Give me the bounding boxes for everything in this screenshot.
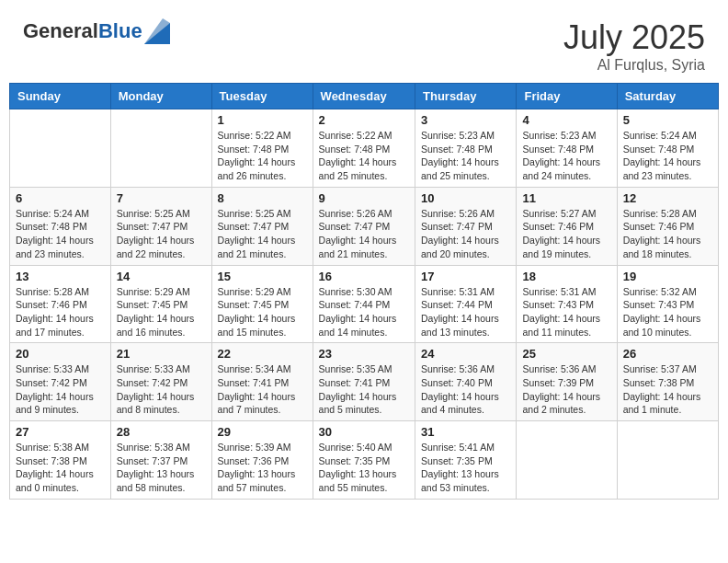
calendar-cell [617, 421, 718, 500]
calendar-cell: 27Sunrise: 5:38 AM Sunset: 7:38 PM Dayli… [10, 421, 111, 500]
day-number: 10 [421, 191, 510, 205]
logo-general: General [23, 19, 98, 42]
svg-marker-1 [144, 18, 170, 44]
calendar-cell: 25Sunrise: 5:36 AM Sunset: 7:39 PM Dayli… [517, 343, 617, 421]
day-number: 12 [623, 191, 712, 205]
calendar-cell: 13Sunrise: 5:28 AM Sunset: 7:46 PM Dayli… [10, 265, 111, 343]
day-detail: Sunrise: 5:31 AM Sunset: 7:44 PM Dayligh… [421, 285, 510, 339]
day-number: 24 [421, 347, 510, 361]
calendar-week-row: 27Sunrise: 5:38 AM Sunset: 7:38 PM Dayli… [10, 421, 719, 500]
calendar-week-row: 13Sunrise: 5:28 AM Sunset: 7:46 PM Dayli… [10, 265, 719, 343]
calendar-cell: 5Sunrise: 5:24 AM Sunset: 7:48 PM Daylig… [617, 109, 718, 188]
day-number: 16 [319, 270, 409, 283]
day-number: 1 [218, 113, 307, 127]
day-of-week-header: Friday [517, 84, 617, 109]
location-subtitle: Al Furqlus, Syria [563, 57, 705, 74]
day-number: 17 [421, 270, 510, 283]
day-detail: Sunrise: 5:31 AM Sunset: 7:43 PM Dayligh… [522, 285, 610, 339]
logo: GeneralBlue [23, 18, 170, 44]
calendar-cell: 2Sunrise: 5:22 AM Sunset: 7:48 PM Daylig… [313, 109, 415, 188]
calendar-cell: 6Sunrise: 5:24 AM Sunset: 7:48 PM Daylig… [10, 187, 111, 265]
day-number: 8 [218, 191, 307, 205]
calendar-header-row: SundayMondayTuesdayWednesdayThursdayFrid… [10, 84, 719, 109]
calendar-cell: 23Sunrise: 5:35 AM Sunset: 7:41 PM Dayli… [313, 343, 415, 421]
day-detail: Sunrise: 5:32 AM Sunset: 7:43 PM Dayligh… [623, 285, 712, 339]
day-detail: Sunrise: 5:22 AM Sunset: 7:48 PM Dayligh… [319, 129, 409, 183]
day-detail: Sunrise: 5:25 AM Sunset: 7:47 PM Dayligh… [117, 207, 206, 261]
day-detail: Sunrise: 5:35 AM Sunset: 7:41 PM Dayligh… [319, 362, 409, 417]
day-number: 22 [218, 347, 307, 361]
day-detail: Sunrise: 5:37 AM Sunset: 7:38 PM Dayligh… [623, 362, 712, 417]
day-number: 18 [522, 270, 610, 283]
day-number: 9 [319, 191, 409, 205]
calendar-cell [110, 109, 211, 188]
calendar-cell: 29Sunrise: 5:39 AM Sunset: 7:36 PM Dayli… [211, 421, 313, 500]
calendar-cell: 24Sunrise: 5:36 AM Sunset: 7:40 PM Dayli… [415, 343, 517, 421]
calendar-cell: 31Sunrise: 5:41 AM Sunset: 7:35 PM Dayli… [415, 421, 517, 500]
day-number: 31 [421, 425, 510, 439]
day-detail: Sunrise: 5:26 AM Sunset: 7:47 PM Dayligh… [319, 207, 409, 261]
day-detail: Sunrise: 5:24 AM Sunset: 7:48 PM Dayligh… [623, 129, 712, 183]
day-detail: Sunrise: 5:33 AM Sunset: 7:42 PM Dayligh… [117, 362, 206, 417]
day-of-week-header: Wednesday [313, 84, 415, 109]
day-number: 3 [421, 113, 510, 127]
title-area: July 2025 Al Furqlus, Syria [563, 18, 705, 74]
page-header: GeneralBlue July 2025 Al Furqlus, Syria [9, 9, 719, 78]
day-number: 20 [16, 347, 105, 361]
calendar-cell: 14Sunrise: 5:29 AM Sunset: 7:45 PM Dayli… [110, 265, 211, 343]
day-of-week-header: Sunday [10, 84, 111, 109]
day-number: 21 [117, 347, 206, 361]
logo-blue: Blue [98, 19, 142, 42]
calendar-table: SundayMondayTuesdayWednesdayThursdayFrid… [9, 83, 719, 500]
calendar-cell: 4Sunrise: 5:23 AM Sunset: 7:48 PM Daylig… [517, 109, 617, 188]
calendar-cell: 22Sunrise: 5:34 AM Sunset: 7:41 PM Dayli… [211, 343, 313, 421]
day-detail: Sunrise: 5:38 AM Sunset: 7:37 PM Dayligh… [117, 441, 206, 495]
day-detail: Sunrise: 5:27 AM Sunset: 7:46 PM Dayligh… [522, 207, 610, 261]
day-detail: Sunrise: 5:28 AM Sunset: 7:46 PM Dayligh… [16, 285, 105, 339]
day-number: 13 [16, 270, 105, 283]
month-year-title: July 2025 [563, 18, 705, 57]
day-number: 27 [16, 425, 105, 439]
day-detail: Sunrise: 5:29 AM Sunset: 7:45 PM Dayligh… [117, 285, 206, 339]
day-detail: Sunrise: 5:26 AM Sunset: 7:47 PM Dayligh… [421, 207, 510, 261]
day-number: 6 [16, 191, 105, 205]
day-number: 25 [522, 347, 610, 361]
day-of-week-header: Tuesday [211, 84, 313, 109]
calendar-cell: 10Sunrise: 5:26 AM Sunset: 7:47 PM Dayli… [415, 187, 517, 265]
day-number: 14 [117, 270, 206, 283]
calendar-cell: 28Sunrise: 5:38 AM Sunset: 7:37 PM Dayli… [110, 421, 211, 500]
day-detail: Sunrise: 5:38 AM Sunset: 7:38 PM Dayligh… [16, 441, 105, 495]
day-number: 23 [319, 347, 409, 361]
calendar-cell [10, 109, 111, 188]
day-detail: Sunrise: 5:25 AM Sunset: 7:47 PM Dayligh… [218, 207, 307, 261]
day-detail: Sunrise: 5:39 AM Sunset: 7:36 PM Dayligh… [218, 441, 307, 495]
day-of-week-header: Saturday [617, 84, 718, 109]
day-detail: Sunrise: 5:24 AM Sunset: 7:48 PM Dayligh… [16, 207, 105, 261]
day-of-week-header: Thursday [415, 84, 517, 109]
day-number: 30 [319, 425, 409, 439]
day-detail: Sunrise: 5:36 AM Sunset: 7:39 PM Dayligh… [522, 362, 610, 417]
day-detail: Sunrise: 5:23 AM Sunset: 7:48 PM Dayligh… [421, 129, 510, 183]
day-detail: Sunrise: 5:22 AM Sunset: 7:48 PM Dayligh… [218, 129, 307, 183]
calendar-cell: 3Sunrise: 5:23 AM Sunset: 7:48 PM Daylig… [415, 109, 517, 188]
day-detail: Sunrise: 5:29 AM Sunset: 7:45 PM Dayligh… [218, 285, 307, 339]
day-number: 19 [623, 270, 712, 283]
day-number: 29 [218, 425, 307, 439]
calendar-week-row: 1Sunrise: 5:22 AM Sunset: 7:48 PM Daylig… [10, 109, 719, 188]
calendar-cell: 7Sunrise: 5:25 AM Sunset: 7:47 PM Daylig… [110, 187, 211, 265]
calendar-cell: 17Sunrise: 5:31 AM Sunset: 7:44 PM Dayli… [415, 265, 517, 343]
day-detail: Sunrise: 5:23 AM Sunset: 7:48 PM Dayligh… [522, 129, 610, 183]
day-detail: Sunrise: 5:34 AM Sunset: 7:41 PM Dayligh… [218, 362, 307, 417]
calendar-cell: 21Sunrise: 5:33 AM Sunset: 7:42 PM Dayli… [110, 343, 211, 421]
calendar-cell: 19Sunrise: 5:32 AM Sunset: 7:43 PM Dayli… [617, 265, 718, 343]
calendar-cell: 8Sunrise: 5:25 AM Sunset: 7:47 PM Daylig… [211, 187, 313, 265]
calendar-cell: 1Sunrise: 5:22 AM Sunset: 7:48 PM Daylig… [211, 109, 313, 188]
calendar-cell: 15Sunrise: 5:29 AM Sunset: 7:45 PM Dayli… [211, 265, 313, 343]
day-detail: Sunrise: 5:36 AM Sunset: 7:40 PM Dayligh… [421, 362, 510, 417]
day-detail: Sunrise: 5:41 AM Sunset: 7:35 PM Dayligh… [421, 441, 510, 495]
day-number: 28 [117, 425, 206, 439]
day-number: 11 [522, 191, 610, 205]
day-detail: Sunrise: 5:28 AM Sunset: 7:46 PM Dayligh… [623, 207, 712, 261]
day-number: 7 [117, 191, 206, 205]
day-detail: Sunrise: 5:40 AM Sunset: 7:35 PM Dayligh… [319, 441, 409, 495]
